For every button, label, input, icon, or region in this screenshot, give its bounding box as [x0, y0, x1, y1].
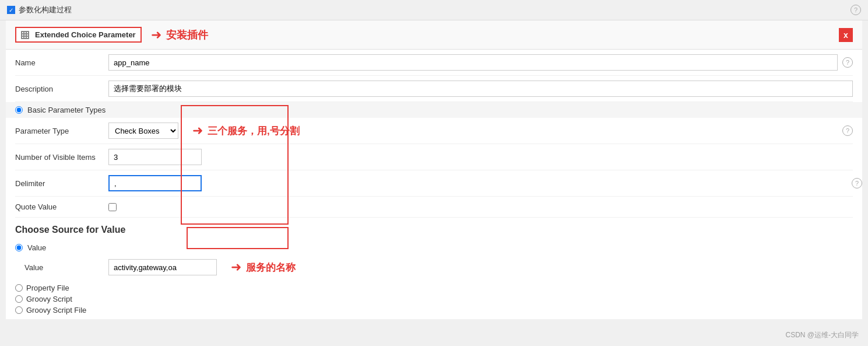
- delimiter-input[interactable]: [108, 175, 202, 191]
- visible-items-label: Number of Visible Items: [15, 153, 108, 162]
- three-services-annotation: 三个服务，用,号分割: [208, 124, 300, 138]
- groovy-script-radio[interactable]: [15, 295, 23, 303]
- page-title: 参数化构建过程: [19, 5, 72, 15]
- basic-param-types-section: Basic Parameter Types: [6, 102, 862, 118]
- delimiter-help-icon[interactable]: ?: [852, 178, 862, 188]
- param-type-wrapper: Parameter Type Check Boxes Multi Select …: [15, 118, 853, 144]
- basic-param-types-radio[interactable]: [15, 106, 23, 114]
- param-type-help-icon[interactable]: ?: [842, 125, 853, 136]
- value-input-row: Value ➜ 服务的名称: [15, 256, 853, 279]
- groovy-script-file-radio[interactable]: [15, 306, 23, 314]
- close-button[interactable]: x: [839, 28, 853, 42]
- property-file-option: Property File: [15, 284, 853, 292]
- name-help-icon[interactable]: ?: [842, 57, 853, 68]
- description-row: Description: [15, 76, 853, 102]
- value-field-label: Value: [15, 263, 108, 272]
- value-input[interactable]: [108, 259, 217, 275]
- value-radio-label: Value: [27, 243, 46, 252]
- top-bar: ✓ 参数化构建过程 ?: [0, 0, 868, 20]
- bottom-source-section: Value Value ➜ 服务的名称: [6, 240, 862, 319]
- delimiter-label: Delimiter: [15, 179, 108, 188]
- top-checkbox[interactable]: ✓: [7, 6, 15, 14]
- page-container: ✓ 参数化构建过程 ? Extended Choice Parameter ➜ …: [0, 0, 868, 319]
- groovy-script-option: Groovy Script: [15, 295, 853, 303]
- basic-param-types-label: Basic Parameter Types: [27, 106, 106, 114]
- delimiter-row: Delimiter ?: [15, 170, 853, 197]
- param-type-select-wrapper: Check Boxes Multi Select Radio Buttons S…: [108, 123, 178, 139]
- arrow-to-install: ➜: [151, 27, 161, 43]
- quote-value-checkbox[interactable]: [108, 203, 117, 211]
- install-annotation: 安装插件: [166, 28, 208, 42]
- value-radio[interactable]: [15, 244, 23, 251]
- visible-items-input[interactable]: [108, 149, 202, 165]
- property-file-label: Property File: [26, 284, 69, 292]
- groovy-script-label: Groovy Script: [26, 295, 72, 303]
- plugin-header: Extended Choice Parameter ➜ 安装插件 x: [6, 20, 862, 50]
- name-label: Name: [15, 58, 108, 67]
- plugin-badge: Extended Choice Parameter: [15, 27, 142, 43]
- property-file-radio[interactable]: [15, 284, 23, 292]
- choose-source-section: Choose Source for Value Value Value ➜ 服务…: [6, 218, 862, 319]
- name-row: Name ?: [15, 50, 853, 76]
- choose-source-title: Choose Source for Value: [6, 218, 862, 240]
- groovy-script-file-option: Groovy Script File: [15, 306, 853, 314]
- arrow-service-name: ➜: [231, 260, 241, 275]
- inner-content: Extended Choice Parameter ➜ 安装插件 x Name …: [6, 20, 862, 319]
- top-help-icon[interactable]: ?: [851, 5, 861, 15]
- name-input[interactable]: [108, 54, 838, 71]
- quote-value-label: Quote Value: [15, 202, 108, 211]
- arrow-three-services: ➜: [192, 123, 203, 138]
- description-input[interactable]: [108, 81, 853, 97]
- grid-icon: [21, 31, 29, 39]
- quote-value-row: Quote Value: [15, 197, 853, 218]
- value-input-wrapper: [108, 259, 217, 275]
- param-type-row: Parameter Type Check Boxes Multi Select …: [15, 118, 853, 144]
- service-name-annotation: 服务的名称: [246, 261, 296, 274]
- form-section: Name ? Description Basic Parameter Types…: [6, 50, 862, 218]
- groovy-script-file-label: Groovy Script File: [26, 306, 86, 314]
- param-type-label: Parameter Type: [15, 127, 108, 135]
- plugin-badge-label: Extended Choice Parameter: [35, 30, 136, 39]
- visible-items-row: Number of Visible Items: [15, 144, 853, 170]
- top-bar-left: ✓ 参数化构建过程: [7, 5, 72, 15]
- description-label: Description: [15, 85, 108, 93]
- param-type-select[interactable]: Check Boxes Multi Select Radio Buttons S…: [108, 123, 178, 139]
- value-radio-row: Value: [15, 240, 853, 256]
- radio-options-list: Property File Groovy Script Groovy Scrip…: [15, 279, 853, 319]
